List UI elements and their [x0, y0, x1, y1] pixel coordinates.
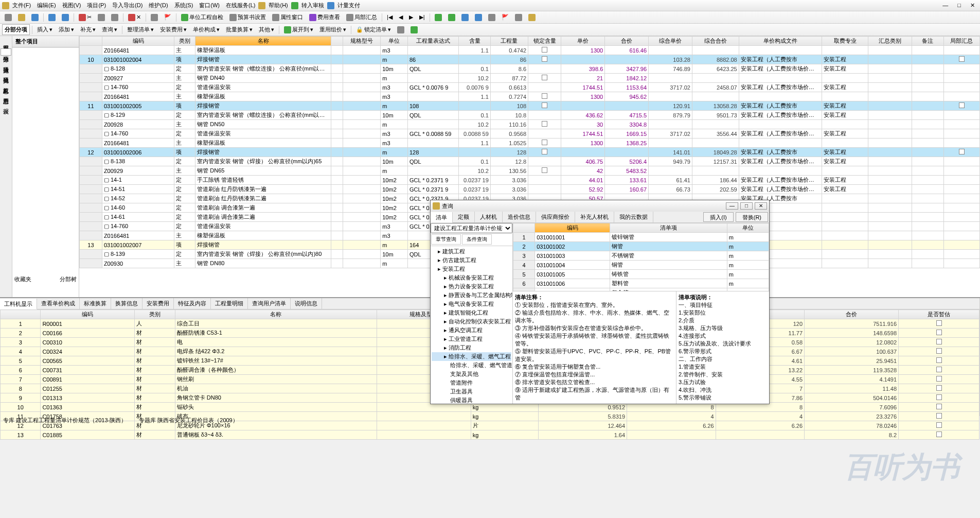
delete-button[interactable]: ✕	[126, 12, 144, 23]
menu-edit[interactable]: 编辑(E)	[34, 2, 59, 9]
popup-tab[interactable]: 供应商报价	[536, 212, 575, 222]
popup-tab[interactable]: 清单	[431, 212, 453, 223]
find-button[interactable]	[148, 12, 161, 23]
query-button[interactable]: 查询 ▾	[99, 24, 120, 35]
restore-button[interactable]: □	[954, 2, 964, 9]
menu-measure[interactable]: 计量支付	[334, 2, 363, 9]
menu-project[interactable]: 项目(P)	[84, 2, 109, 9]
note-right: 清单项说明： 一、项目特征1.安装部位2.介质3.规格、压力等级4.连接形式5.…	[676, 291, 769, 404]
first-button[interactable]: |◀	[384, 12, 395, 22]
cut-button[interactable]: ✂	[76, 12, 94, 23]
next-button[interactable]: ▶	[406, 12, 416, 22]
popup-maximize[interactable]: □	[740, 202, 753, 210]
bottom-tab[interactable]: 查询用户清单	[248, 298, 291, 309]
save-button[interactable]	[29, 12, 41, 23]
vtab-other[interactable]: 其他项目	[1, 70, 11, 76]
popup-close[interactable]: ✕	[755, 202, 767, 210]
supplement-button[interactable]: 补充 ▾	[78, 24, 98, 35]
menu-maintain[interactable]: 维护(D)	[146, 2, 171, 9]
tb-button[interactable]	[472, 12, 485, 23]
flag-button[interactable]: 🚩	[162, 12, 174, 22]
menu-view[interactable]: 视图(V)	[59, 2, 84, 9]
price-compose-button[interactable]: 单价构成 ▾	[190, 24, 222, 35]
minimize-button[interactable]: —	[939, 2, 951, 9]
install-fee-button[interactable]: 安装费用 ▾	[157, 24, 189, 35]
bottom-tab[interactable]: 工程量明细	[211, 298, 248, 309]
popup-tab[interactable]: 定额	[453, 212, 475, 222]
other-button[interactable]: 其他 ▾	[256, 24, 277, 35]
tb-button[interactable]	[446, 12, 458, 23]
bottom-tab[interactable]: 标准换算	[80, 298, 111, 309]
prev-button[interactable]: ◀	[396, 12, 405, 22]
popup-tab[interactable]: 造价信息	[503, 212, 536, 222]
tb-button[interactable]	[408, 25, 420, 35]
redo-button[interactable]	[59, 12, 72, 23]
tb-button[interactable]	[395, 25, 407, 35]
add-button[interactable]: 添加 ▾	[56, 24, 77, 35]
help-icon	[258, 2, 265, 9]
status-left: 专库 建设工程工程量清单计价规范（2013-陕西）	[3, 417, 127, 424]
subtab-chapter[interactable]: 章节查询	[431, 234, 461, 245]
unit-check-button[interactable]: 单位工程自检	[179, 12, 226, 23]
last-button[interactable]: ▶|	[417, 12, 427, 22]
tb-button[interactable]	[459, 12, 471, 23]
vtab-section[interactable]: 分部分项	[1, 48, 11, 56]
bottom-tab[interactable]: 说明信息	[291, 298, 322, 309]
popup-icon	[433, 202, 440, 210]
section-button[interactable]: 分部分项	[2, 24, 30, 35]
tb-button[interactable]	[432, 12, 444, 23]
calc-settings-button[interactable]: 预算书设置	[227, 12, 269, 23]
tree-footer-tree[interactable]: 分部树	[60, 275, 77, 283]
bottom-tab[interactable]: 特征及内容	[174, 298, 211, 309]
menu-transfer[interactable]: 转入审核	[298, 2, 327, 9]
new-button[interactable]	[2, 12, 14, 23]
popup-minimize[interactable]: —	[726, 202, 738, 210]
popup-action[interactable]: 替换(R)	[736, 212, 768, 222]
tb-button[interactable]: 🚩	[499, 12, 511, 22]
batch-convert-button[interactable]: 批量换算 ▾	[223, 24, 255, 35]
bottom-tab[interactable]: 换算信息	[111, 298, 142, 309]
bottom-tab[interactable]: 安装费用	[142, 298, 174, 309]
tree-footer-fav[interactable]: 收藏夹	[14, 275, 31, 283]
popup-tab[interactable]: 人材机	[475, 212, 503, 222]
organize-button[interactable]: 整理清单 ▾	[124, 24, 156, 35]
open-button[interactable]	[15, 12, 28, 23]
spec-select[interactable]: 建设工程工程量清单计价规范（2013 ▼	[431, 223, 512, 233]
prop-window-button[interactable]: 属性窗口	[270, 12, 306, 23]
tb-button[interactable]	[512, 12, 525, 23]
subtab-condition[interactable]: 条件查询	[462, 234, 492, 245]
bottom-tab[interactable]: 工料机显示	[0, 299, 37, 309]
vtab-overview[interactable]: 工程概况	[1, 38, 11, 44]
menu-system[interactable]: 系统(S)	[171, 2, 197, 9]
close-button[interactable]: ✕	[967, 2, 978, 9]
popup-tree[interactable]: ▸ 建筑工程▸ 仿古建筑工程▸ 安装工程▸ 机械设备安装工程▸ 热力设备安装工程…	[431, 246, 512, 404]
undo-button[interactable]	[46, 12, 58, 23]
paste-button[interactable]	[109, 12, 121, 23]
note-left: 清单注释： ① 安装部位，指管道安装在室内、室外。② 输送介质包括给水、排水、中…	[513, 291, 676, 404]
toolbar-main: ✂ ✕ 🚩 单位工程自检 预算书设置 属性窗口 费用查看 局部汇总 |◀ ◀ ▶…	[0, 11, 980, 24]
vtab-report[interactable]: 报表	[1, 101, 11, 107]
vtab-fee[interactable]: 费用汇总	[1, 91, 11, 97]
menu-help[interactable]: 帮助(H)	[265, 2, 291, 9]
menu-window[interactable]: 窗口(W)	[196, 2, 223, 9]
lock-button[interactable]: 🔒锁定清单 ▾	[353, 24, 394, 35]
popup-tab[interactable]: 补充人材机	[575, 212, 614, 222]
fee-view-button[interactable]: 费用查看	[307, 12, 343, 23]
tree-header[interactable]: 整个项目	[12, 36, 79, 47]
menu-import[interactable]: 导入导出(D)	[109, 2, 146, 9]
popup-tab[interactable]: 我的云数据	[614, 212, 653, 222]
reuse-button[interactable]: 重用组价 ▾	[317, 24, 349, 35]
vtab-measure[interactable]: 措施项目	[1, 60, 11, 66]
tb-button[interactable]	[526, 12, 538, 23]
popup-action[interactable]: 插入(I)	[703, 212, 733, 222]
vtab-material[interactable]: 人材机汇总	[1, 80, 11, 87]
expand-button[interactable]: 展开到 ▾	[281, 24, 316, 35]
menu-online[interactable]: 在线服务(L)	[223, 2, 258, 9]
insert-button[interactable]: 插入 ▾	[34, 24, 55, 35]
bottom-tab[interactable]: 查看单价构成	[37, 298, 80, 309]
popup-grid[interactable]: 编码清单项单位 1031001001镀锌钢管m2031001002钢管m3031…	[513, 223, 769, 291]
menu-file[interactable]: 文件(F)	[9, 2, 34, 9]
local-summary-button[interactable]: 局部汇总	[344, 12, 380, 23]
tb-button[interactable]	[486, 12, 498, 23]
copy-button[interactable]	[95, 12, 108, 23]
